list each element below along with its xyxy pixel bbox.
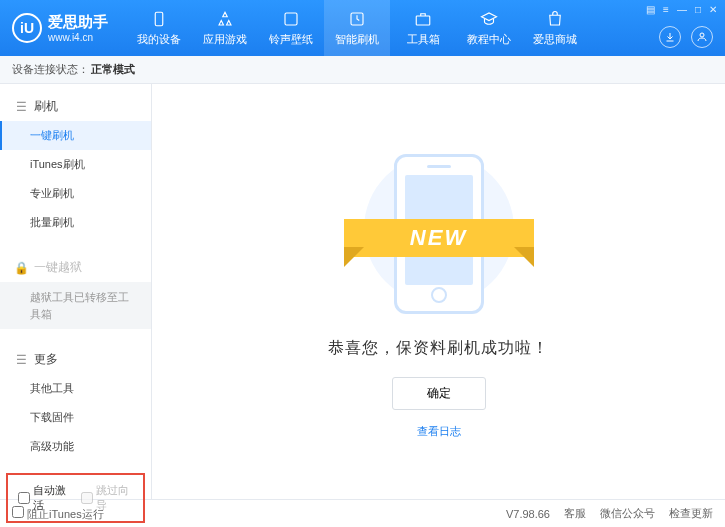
sidebar-head-label: 一键越狱 [34,259,82,276]
wallpaper-icon [281,9,301,29]
lock-icon: 🔒 [14,261,28,275]
close-icon[interactable]: ✕ [709,4,717,15]
user-icon[interactable] [691,26,713,48]
nav-store[interactable]: 爱思商城 [522,0,588,56]
header-actions [659,26,713,48]
svg-point-4 [700,33,704,37]
sidebar-item-jailbreak-note: 越狱工具已转移至工具箱 [0,282,151,329]
nav-label: 应用游戏 [203,32,247,47]
svg-rect-3 [416,16,430,25]
app-title: 爱思助手 [48,13,108,32]
sidebar: ☰ 刷机 一键刷机 iTunes刷机 专业刷机 批量刷机 🔒 一键越狱 越狱工具… [0,84,152,499]
status-bar: 设备连接状态： 正常模式 [0,56,725,84]
nav-label: 工具箱 [407,32,440,47]
footer-link-wechat[interactable]: 微信公众号 [600,506,655,521]
sidebar-item-advanced[interactable]: 高级功能 [0,432,151,461]
sidebar-item-firmware[interactable]: 下载固件 [0,403,151,432]
sidebar-item-batch[interactable]: 批量刷机 [0,208,151,237]
store-icon [545,9,565,29]
svg-rect-0 [155,12,163,26]
footer-link-update[interactable]: 检查更新 [669,506,713,521]
app-url: www.i4.cn [48,32,108,43]
nav-label: 智能刷机 [335,32,379,47]
status-mode: 正常模式 [91,62,135,77]
top-nav: 我的设备 应用游戏 铃声壁纸 智能刷机 工具箱 教程中心 爱思商城 [126,0,588,56]
new-ribbon: NEW [344,219,534,257]
toolbox-icon [413,9,433,29]
success-message: 恭喜您，保资料刷机成功啦！ [328,338,549,359]
main-content: NEW 恭喜您，保资料刷机成功啦！ 确定 查看日志 [152,84,725,499]
svg-rect-1 [285,13,297,25]
nav-apps[interactable]: 应用游戏 [192,0,258,56]
nav-label: 爱思商城 [533,32,577,47]
block-itunes-checkbox[interactable]: 阻止iTunes运行 [12,506,104,522]
menu-icon[interactable]: ▤ [646,4,655,15]
checkbox-label: 阻止iTunes运行 [27,508,104,520]
more-icon: ☰ [14,353,28,367]
nav-label: 铃声壁纸 [269,32,313,47]
footer-link-support[interactable]: 客服 [564,506,586,521]
status-prefix: 设备连接状态： [12,62,89,77]
nav-label: 我的设备 [137,32,181,47]
version-label: V7.98.66 [506,508,550,520]
confirm-button[interactable]: 确定 [392,377,486,410]
download-icon[interactable] [659,26,681,48]
nav-tools[interactable]: 工具箱 [390,0,456,56]
nav-label: 教程中心 [467,32,511,47]
graduation-icon [479,9,499,29]
sidebar-item-oneclick[interactable]: 一键刷机 [0,121,151,150]
nav-ringtones[interactable]: 铃声壁纸 [258,0,324,56]
nav-flash[interactable]: 智能刷机 [324,0,390,56]
sidebar-item-pro[interactable]: 专业刷机 [0,179,151,208]
apps-icon [215,9,235,29]
minimize-icon[interactable]: — [677,4,687,15]
sidebar-head-label: 刷机 [34,98,58,115]
sidebar-head-jailbreak: 🔒 一键越狱 [0,253,151,282]
maximize-icon[interactable]: □ [695,4,701,15]
sidebar-head-label: 更多 [34,351,58,368]
pin-icon[interactable]: ≡ [663,4,669,15]
list-icon: ☰ [14,100,28,114]
flash-icon [347,9,367,29]
window-controls: ▤ ≡ — □ ✕ [646,4,717,15]
logo: iU 爱思助手 www.i4.cn [12,13,108,43]
nav-my-device[interactable]: 我的设备 [126,0,192,56]
view-log-link[interactable]: 查看日志 [417,424,461,439]
sidebar-head-flash[interactable]: ☰ 刷机 [0,92,151,121]
success-illustration: NEW [354,144,524,324]
sidebar-item-itunes[interactable]: iTunes刷机 [0,150,151,179]
app-header: iU 爱思助手 www.i4.cn 我的设备 应用游戏 铃声壁纸 智能刷机 工具… [0,0,725,56]
logo-icon: iU [12,13,42,43]
sidebar-item-other[interactable]: 其他工具 [0,374,151,403]
device-icon [149,9,169,29]
sidebar-head-more[interactable]: ☰ 更多 [0,345,151,374]
nav-tutorials[interactable]: 教程中心 [456,0,522,56]
